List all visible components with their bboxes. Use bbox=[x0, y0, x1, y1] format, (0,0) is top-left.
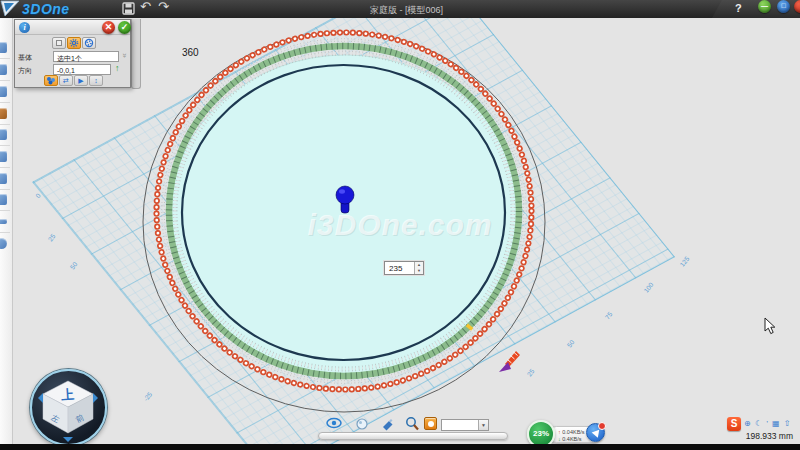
option-fan-button[interactable] bbox=[44, 75, 58, 86]
ime-mode-icons[interactable]: ⊕ ☾ ’ ▦ ⇧ bbox=[744, 419, 792, 428]
view-navigation-ball[interactable]: 上 左 前 bbox=[30, 369, 107, 446]
toolbar-separator bbox=[0, 124, 10, 125]
toolbar-separator bbox=[0, 167, 10, 168]
feature-dialog: i ✕ ✓ 基体 选中1个 » 方向 -0,0,1 ↑ bbox=[14, 19, 131, 88]
app-window: 25 50 75 100 125 0 25 50 -25 i3DOne.com … bbox=[0, 0, 800, 450]
window-title: 家庭版 - [模型006] bbox=[370, 4, 443, 17]
info-icon: i bbox=[19, 22, 30, 33]
zoom-icon[interactable] bbox=[407, 418, 418, 430]
show-hide-eye-icon[interactable] bbox=[327, 419, 341, 428]
left-tool-icon[interactable] bbox=[0, 173, 7, 184]
view-scale-dropdown[interactable]: ▼ bbox=[441, 419, 489, 431]
undo-icon[interactable]: ↶ bbox=[140, 0, 151, 14]
close-button[interactable] bbox=[794, 0, 800, 13]
length-readout: 198.933 mm bbox=[700, 431, 793, 441]
restore-button[interactable]: □ bbox=[777, 0, 790, 13]
app-logo-icon bbox=[0, 0, 22, 18]
left-tool-icon[interactable] bbox=[0, 64, 7, 75]
mode-wheel-button[interactable] bbox=[82, 37, 96, 49]
toolbar-separator bbox=[0, 210, 10, 211]
upload-speed: ↑ 0.04KB/s bbox=[558, 429, 585, 435]
direction-pick-icon[interactable]: ↑ bbox=[115, 63, 120, 73]
left-tool-icon[interactable] bbox=[0, 151, 7, 162]
paint-icon[interactable] bbox=[383, 419, 393, 431]
left-tool-icon[interactable] bbox=[0, 108, 7, 119]
dashed-square-icon bbox=[56, 40, 62, 46]
direction-field-label: 方向 bbox=[18, 66, 32, 76]
spinner-arrows[interactable]: ▲▼ bbox=[414, 262, 423, 274]
direction-field-input[interactable]: -0,0,1 bbox=[53, 64, 111, 75]
dropdown-caret-icon[interactable]: ▼ bbox=[478, 420, 488, 430]
view-toolbar bbox=[323, 415, 438, 433]
left-tool-icon[interactable] bbox=[0, 129, 7, 140]
save-icon[interactable] bbox=[122, 2, 135, 15]
wheel-icon bbox=[83, 38, 95, 48]
material-icon[interactable] bbox=[424, 417, 437, 430]
download-speed: ↓ 0.4KB/s bbox=[558, 436, 582, 442]
minimize-button[interactable]: — bbox=[758, 0, 771, 13]
notification-dot bbox=[598, 422, 606, 430]
title-bar: 3DOne ↶ ↷ 家庭版 - [模型006] ? — □ bbox=[0, 0, 800, 18]
angle-dimension-label[interactable]: 360 bbox=[180, 47, 201, 58]
gear-icon bbox=[68, 38, 80, 48]
confirm-button[interactable]: ✓ bbox=[118, 21, 131, 34]
sogou-logo[interactable]: S bbox=[727, 417, 741, 431]
toolbar-separator bbox=[0, 145, 10, 146]
render-mode-icon[interactable] bbox=[357, 419, 367, 429]
left-tool-icon[interactable] bbox=[0, 42, 7, 53]
dimension-spinner[interactable]: 235 ▲▼ bbox=[384, 261, 424, 275]
mode-gear-button[interactable] bbox=[67, 37, 81, 49]
toolbar-separator bbox=[0, 232, 10, 233]
rotate-left-arrow[interactable] bbox=[38, 393, 43, 403]
view-cube[interactable]: 上 左 前 bbox=[32, 371, 105, 444]
toolbar-separator bbox=[0, 189, 10, 190]
help-button[interactable]: ? bbox=[735, 2, 742, 14]
cube-top-label: 上 bbox=[61, 387, 75, 403]
redo-icon[interactable]: ↷ bbox=[158, 0, 169, 14]
left-tool-icon[interactable] bbox=[0, 86, 7, 97]
toolbar-separator bbox=[0, 58, 10, 59]
fan-icon bbox=[45, 76, 57, 85]
left-tool-icon[interactable] bbox=[0, 219, 7, 224]
collapse-chevron-icon[interactable]: » bbox=[120, 53, 129, 57]
bottom-black-strip bbox=[0, 444, 800, 450]
app-logo-text: 3DOne bbox=[22, 1, 70, 17]
mode-face-button[interactable] bbox=[52, 37, 66, 49]
option-updown-button[interactable]: ↕ bbox=[89, 75, 103, 86]
left-tool-icon[interactable] bbox=[0, 194, 7, 205]
toolbar-separator bbox=[0, 102, 10, 103]
booster-ball[interactable] bbox=[586, 423, 605, 442]
rotate-right-arrow[interactable] bbox=[93, 393, 98, 403]
option-forward-button[interactable]: ▶ bbox=[74, 75, 88, 86]
spinner-value[interactable]: 235 bbox=[389, 264, 402, 273]
rotate-down-arrow[interactable] bbox=[63, 437, 73, 442]
base-field-input[interactable]: 选中1个 bbox=[53, 51, 119, 62]
base-field-label: 基体 bbox=[18, 53, 32, 63]
left-toolbar bbox=[0, 18, 13, 444]
left-tool-icon[interactable] bbox=[0, 238, 7, 249]
dialog-side-handle[interactable] bbox=[131, 19, 141, 89]
material-dot bbox=[428, 421, 434, 427]
cancel-button[interactable]: ✕ bbox=[102, 21, 115, 34]
toolbar-separator bbox=[0, 80, 10, 81]
option-swap-button[interactable]: ⇄ bbox=[59, 75, 73, 86]
timeline-slider[interactable] bbox=[318, 432, 508, 440]
